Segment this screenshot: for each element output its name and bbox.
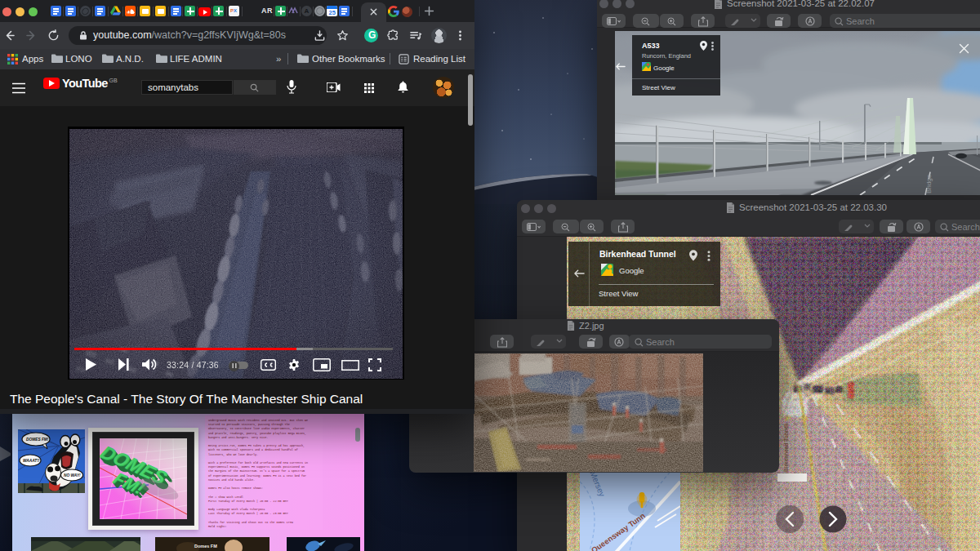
svg-text:Domes FM: Domes FM (194, 544, 217, 549)
svg-text:NO WAY!: NO WAY! (64, 473, 81, 478)
svg-text:WAAAT!!: WAAAT!! (23, 459, 40, 463)
svg-text:DOMES FM!: DOMES FM! (26, 438, 49, 442)
svg-text:Birkenhead Tunnel: Birkenhead Tunnel (783, 424, 789, 472)
svg-text:Bridge: Bridge (925, 174, 933, 193)
